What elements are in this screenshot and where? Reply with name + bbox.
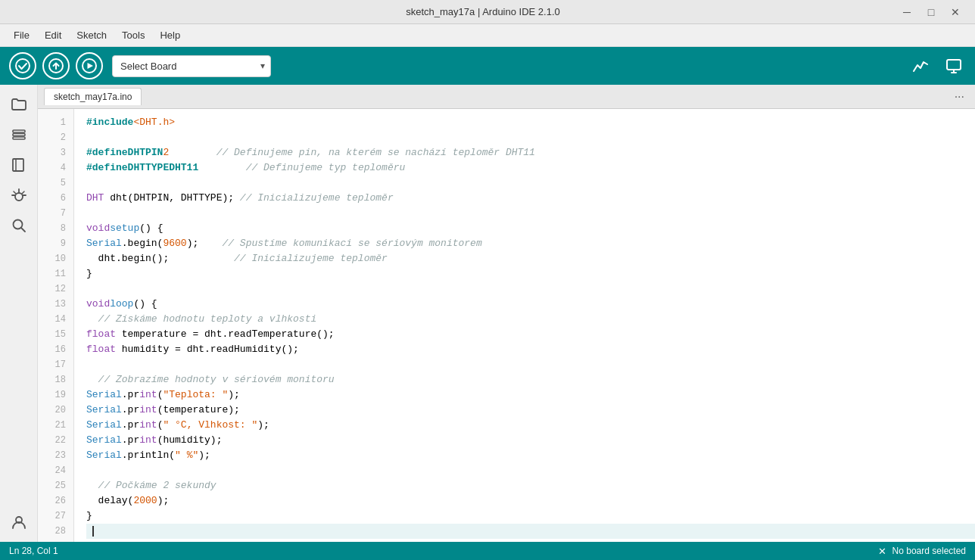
line-number: 5: [38, 176, 73, 191]
titlebar: sketch_may17a | Arduino IDE 2.1.0 ─ □ ✕: [0, 0, 975, 24]
more-tabs-button[interactable]: ···: [950, 89, 969, 105]
code-line[interactable]: #include <DHT.h>: [86, 115, 975, 130]
menu-item-edit[interactable]: Edit: [37, 26, 69, 44]
code-line[interactable]: [86, 463, 975, 478]
code-line[interactable]: // Počkáme 2 sekundy: [86, 478, 975, 493]
code-line[interactable]: void loop() {: [86, 297, 975, 312]
menubar: FileEditSketchToolsHelp: [0, 24, 975, 47]
code-line[interactable]: Serial.print(temperature);: [86, 403, 975, 418]
code-line[interactable]: delay(2000);: [86, 493, 975, 509]
toolbar: Select Board ▾: [0, 47, 975, 85]
line-number: 22: [38, 433, 73, 448]
menu-item-tools[interactable]: Tools: [114, 26, 152, 44]
menu-item-help[interactable]: Help: [152, 26, 188, 44]
editor-area: sketch_may17a.ino ··· 123456789101112131…: [38, 85, 975, 542]
statusbar: Ln 28, Col 1 ✕ No board selected: [0, 542, 975, 560]
code-line[interactable]: [86, 282, 975, 297]
svg-marker-3: [88, 63, 94, 69]
minimize-button[interactable]: ─: [896, 5, 917, 20]
line-number: 4: [38, 160, 73, 176]
no-board-text[interactable]: No board selected: [892, 546, 966, 556]
line-number: 12: [38, 282, 73, 297]
code-line[interactable]: Serial.print(" °C, Vlhkost: ");: [86, 418, 975, 433]
code-line[interactable]: dht.begin(); // Inicializujeme teploměr: [86, 251, 975, 266]
svg-line-17: [21, 228, 25, 232]
line-number: 2: [38, 130, 73, 145]
serial-plotter-button[interactable]: [908, 54, 933, 78]
serial-monitor-button[interactable]: [942, 54, 966, 78]
line-number: 10: [38, 251, 73, 266]
line-number: 20: [38, 403, 73, 418]
code-line[interactable]: [86, 206, 975, 221]
code-line[interactable]: Serial.begin(9600); // Spustíme komunika…: [86, 236, 975, 251]
sidebar-icon-book[interactable]: [5, 151, 33, 179]
code-line[interactable]: [86, 524, 975, 539]
line-number: 7: [38, 206, 73, 221]
verify-button[interactable]: [9, 52, 36, 79]
maximize-button[interactable]: □: [920, 5, 942, 20]
line-number: 19: [38, 387, 73, 403]
code-line[interactable]: Serial.print("Teplota: ");: [86, 387, 975, 403]
debug-button[interactable]: [76, 52, 103, 79]
upload-button[interactable]: [42, 52, 70, 79]
board-select-container[interactable]: Select Board ▾: [112, 55, 271, 77]
code-line[interactable]: }: [86, 509, 975, 524]
code-line[interactable]: void setup() {: [86, 221, 975, 236]
sidebar-icon-search[interactable]: [5, 212, 33, 239]
menu-item-file[interactable]: File: [6, 26, 37, 44]
code-line[interactable]: [86, 176, 975, 191]
line-number: 25: [38, 478, 73, 493]
line-numbers: 1234567891011121314151617181920212223242…: [38, 109, 74, 542]
svg-rect-7: [13, 134, 25, 136]
code-line[interactable]: float temperature = dht.readTemperature(…: [86, 327, 975, 342]
code-editor[interactable]: 1234567891011121314151617181920212223242…: [38, 109, 975, 542]
sidebar-icon-layers[interactable]: [5, 121, 33, 148]
line-number: 15: [38, 327, 73, 342]
line-number: 28: [38, 524, 73, 539]
cursor-position: Ln 28, Col 1: [9, 546, 58, 556]
line-number: 23: [38, 448, 73, 463]
no-board-warning-icon: ✕: [878, 546, 886, 557]
svg-line-14: [14, 191, 16, 194]
line-number: 27: [38, 509, 73, 524]
code-content[interactable]: #include <DHT.h> #define DHTPIN 2 // Def…: [74, 109, 975, 542]
code-line[interactable]: [86, 357, 975, 372]
code-line[interactable]: [86, 130, 975, 145]
window-controls[interactable]: ─ □ ✕: [896, 5, 966, 20]
svg-rect-8: [13, 137, 25, 139]
sidebar-icon-person[interactable]: [5, 509, 33, 536]
line-number: 21: [38, 418, 73, 433]
file-tab[interactable]: sketch_may17a.ino: [44, 88, 142, 105]
sidebar-icon-folder[interactable]: [5, 91, 33, 118]
code-line[interactable]: Serial.println(" %");: [86, 448, 975, 463]
svg-line-15: [22, 191, 24, 194]
line-number: 24: [38, 463, 73, 478]
window-title: sketch_may17a | Arduino IDE 2.1.0: [70, 6, 896, 17]
sidebar: [0, 85, 38, 542]
code-line[interactable]: // Získáme hodnotu teploty a vlhkosti: [86, 312, 975, 327]
line-number: 1: [38, 115, 73, 130]
code-line[interactable]: // Zobrazíme hodnoty v sériovém monitoru: [86, 372, 975, 387]
line-number: 18: [38, 372, 73, 387]
main-area: sketch_may17a.ino ··· 123456789101112131…: [0, 85, 975, 542]
code-line[interactable]: Serial.print(humidity);: [86, 433, 975, 448]
menu-item-sketch[interactable]: Sketch: [69, 26, 114, 44]
code-line[interactable]: }: [86, 266, 975, 282]
svg-rect-6: [13, 130, 25, 132]
svg-rect-4: [947, 60, 961, 70]
code-line[interactable]: #define DHTPIN 2 // Definujeme pin, na k…: [86, 145, 975, 160]
code-line[interactable]: float humidity = dht.readHumidity();: [86, 342, 975, 357]
code-line[interactable]: #define DHTTYPE DHT11 // Definujeme typ …: [86, 160, 975, 176]
svg-point-0: [16, 59, 30, 73]
code-line[interactable]: DHT dht(DHTPIN, DHTTYPE); // Inicializuj…: [86, 191, 975, 206]
line-number: 16: [38, 342, 73, 357]
close-button[interactable]: ✕: [945, 5, 966, 20]
board-select[interactable]: Select Board: [112, 55, 271, 77]
line-number: 3: [38, 145, 73, 160]
statusbar-right: ✕ No board selected: [878, 546, 966, 557]
line-number: 13: [38, 297, 73, 312]
line-number: 14: [38, 312, 73, 327]
sidebar-icon-debug[interactable]: [5, 182, 33, 209]
line-number: 8: [38, 221, 73, 236]
line-number: 17: [38, 357, 73, 372]
